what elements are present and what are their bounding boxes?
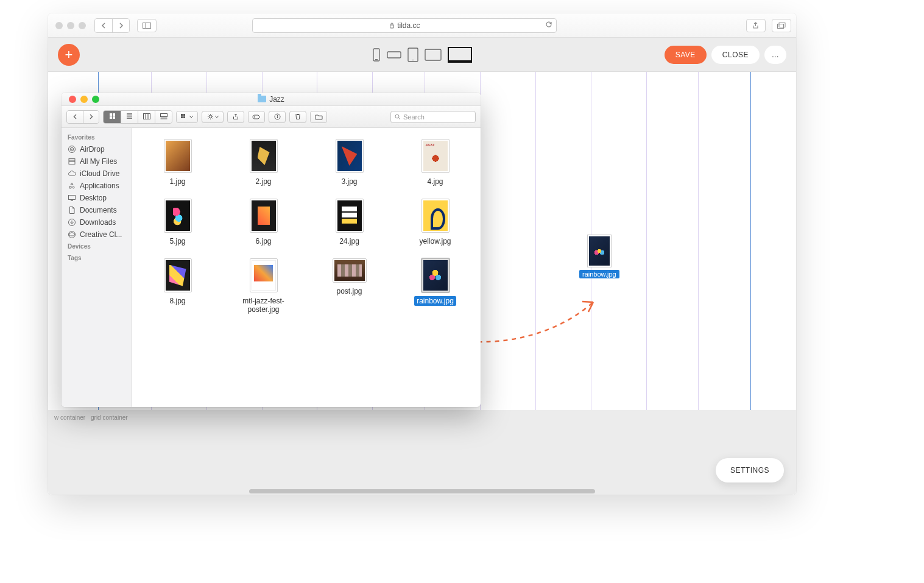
sidebar-item-downloads[interactable]: Downloads — [62, 216, 132, 228]
file-item[interactable]: 8.jpg — [135, 256, 220, 317]
traffic-lights-finder[interactable] — [69, 96, 99, 103]
desktop-icon — [68, 194, 76, 202]
info-button[interactable] — [269, 111, 286, 123]
svg-rect-2 — [390, 25, 394, 28]
svg-rect-16 — [113, 116, 115, 119]
file-item[interactable]: 1.jpg — [135, 136, 220, 189]
reload-icon[interactable] — [545, 21, 552, 30]
settings-button[interactable]: SETTINGS — [716, 458, 784, 482]
file-item[interactable]: 3.jpg — [306, 136, 392, 189]
minimize-dot[interactable] — [80, 96, 88, 103]
svg-rect-10 — [425, 49, 441, 60]
safari-toolbar: tilda.cc — [48, 13, 796, 38]
file-item[interactable]: rainbow.jpg — [392, 256, 478, 317]
arrange-button[interactable] — [176, 111, 198, 123]
sidebar-toggle-button[interactable] — [137, 19, 157, 32]
file-name: 8.jpg — [167, 296, 188, 306]
svg-rect-20 — [143, 113, 150, 119]
device-tablet-landscape[interactable] — [425, 47, 442, 63]
sidebar-item-documents[interactable]: Documents — [62, 204, 132, 216]
file-thumb — [421, 199, 450, 233]
file-thumb — [250, 258, 278, 292]
device-desktop[interactable] — [448, 47, 472, 63]
apps-icon — [68, 182, 76, 190]
svg-rect-26 — [181, 114, 183, 116]
share-finder-button[interactable] — [227, 111, 244, 123]
back-button[interactable] — [95, 19, 112, 32]
view-icon-button[interactable] — [104, 111, 121, 123]
share-button[interactable] — [746, 19, 766, 32]
device-tablet-portrait[interactable] — [407, 47, 418, 63]
sidebar-header-devices: Devices — [62, 241, 132, 252]
device-phone-landscape[interactable] — [387, 47, 401, 63]
finder-search[interactable]: Search — [390, 111, 476, 123]
device-phone-portrait[interactable] — [372, 47, 381, 63]
file-item[interactable]: 4.jpg — [392, 136, 478, 189]
tags-button[interactable] — [248, 111, 265, 123]
file-item[interactable]: mtl-jazz-fest-poster.jpg — [220, 256, 306, 317]
more-button[interactable]: ... — [764, 46, 786, 64]
horizontal-scrollbar[interactable] — [249, 489, 595, 493]
file-name: post.jpg — [334, 286, 364, 296]
file-item[interactable]: 5.jpg — [135, 196, 220, 249]
svg-line-36 — [399, 118, 401, 119]
file-name: 1.jpg — [167, 177, 188, 186]
save-button[interactable]: SAVE — [665, 46, 707, 64]
finder-content[interactable]: 1.jpg2.jpg3.jpg4.jpg5.jpg6.jpg24.jpgyell… — [132, 128, 481, 407]
file-item[interactable]: 6.jpg — [220, 196, 306, 249]
file-thumb — [250, 139, 278, 173]
file-item[interactable]: 2.jpg — [220, 136, 306, 189]
svg-rect-28 — [181, 116, 183, 118]
svg-rect-43 — [69, 196, 76, 200]
close-button[interactable]: CLOSE — [711, 46, 760, 64]
finder-back-button[interactable] — [67, 111, 83, 123]
minimize-dot[interactable] — [67, 22, 74, 29]
view-list-button[interactable] — [121, 111, 138, 123]
zoom-dot[interactable] — [92, 96, 99, 103]
url-bar[interactable]: tilda.cc — [252, 18, 557, 33]
safari-nav — [94, 18, 130, 33]
file-item[interactable]: post.jpg — [306, 256, 392, 317]
svg-point-39 — [71, 149, 72, 150]
canvas-row — [48, 410, 796, 495]
sidebar-item-label: Documents — [80, 206, 117, 214]
finder-nav — [66, 110, 99, 124]
svg-rect-23 — [160, 113, 167, 116]
finder-titlebar[interactable]: Jazz — [62, 93, 481, 106]
safari-toolbar-right — [744, 19, 791, 32]
newfolder-button[interactable] — [310, 111, 327, 123]
file-thumb — [250, 199, 278, 233]
add-block-button[interactable]: + — [58, 44, 80, 66]
tabs-button[interactable] — [772, 19, 791, 32]
dragged-file[interactable]: rainbow.jpg — [579, 235, 619, 278]
file-thumb — [336, 139, 364, 173]
view-columns-button[interactable] — [138, 111, 155, 123]
sidebar-item-airdrop[interactable]: AirDrop — [62, 143, 132, 155]
close-dot[interactable] — [55, 22, 63, 29]
file-thumb — [336, 199, 364, 233]
sidebar-item-creative-cl-[interactable]: Creative Cl... — [62, 228, 132, 241]
device-switcher — [372, 47, 472, 63]
sidebar-item-all-my-files[interactable]: All My Files — [62, 155, 132, 168]
view-coverflow-button[interactable] — [155, 111, 172, 123]
close-dot[interactable] — [69, 96, 76, 103]
file-item[interactable]: 24.jpg — [306, 196, 392, 249]
row-label-grid: grid container — [85, 413, 134, 422]
action-button[interactable] — [202, 111, 224, 123]
svg-rect-11 — [448, 48, 471, 61]
lock-icon — [389, 23, 395, 29]
cloud-icon — [68, 169, 76, 178]
sidebar-item-applications[interactable]: Applications — [62, 180, 132, 192]
finder-forward-button[interactable] — [83, 111, 99, 123]
svg-rect-15 — [110, 116, 112, 119]
file-item[interactable]: yellow.jpg — [392, 196, 478, 249]
tilda-toolbar: + SAVE CLOSE ... — [48, 38, 796, 72]
file-thumb — [164, 258, 192, 292]
sidebar-item-icloud-drive[interactable]: iCloud Drive — [62, 168, 132, 180]
sidebar-item-desktop[interactable]: Desktop — [62, 192, 132, 204]
trash-button[interactable] — [289, 111, 306, 123]
forward-button[interactable] — [112, 19, 129, 32]
zoom-dot[interactable] — [79, 22, 86, 29]
traffic-lights-safari[interactable] — [55, 22, 86, 29]
search-icon — [395, 114, 401, 120]
